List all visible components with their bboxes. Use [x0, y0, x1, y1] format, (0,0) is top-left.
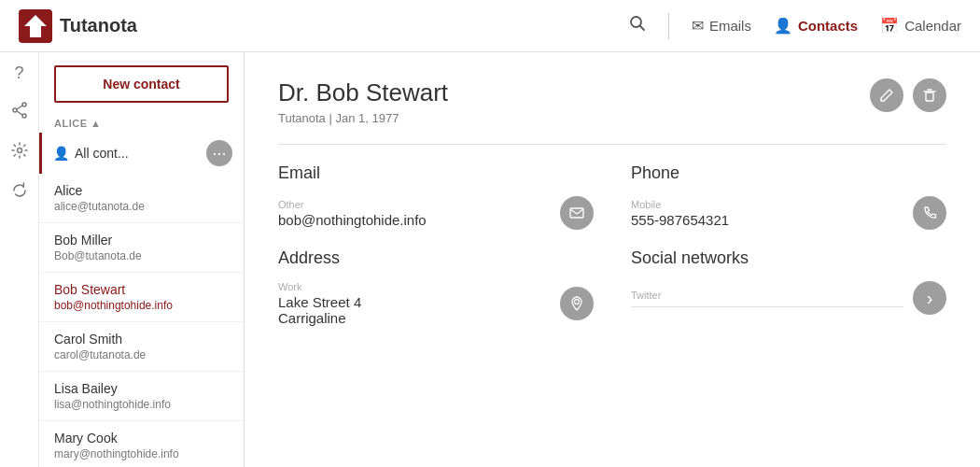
send-email-button[interactable]: [560, 196, 594, 230]
detail-sections: Email Other bob@nothingtohide.info: [278, 163, 946, 326]
svg-rect-10: [926, 92, 933, 101]
phone-section: Phone Mobile 555-987654321: [631, 163, 946, 230]
refresh-icon[interactable]: [11, 182, 28, 204]
nav-emails-label: Emails: [709, 18, 751, 34]
new-contact-button[interactable]: New contact: [54, 65, 229, 103]
contact-item-name: Bob Stewart: [54, 282, 229, 297]
svg-point-6: [22, 114, 26, 118]
sidebar-icons-panel: ?: [0, 52, 39, 467]
logo-icon: [19, 9, 52, 43]
address-section: Address Work Lake Street 4 Carrigaline: [278, 248, 594, 326]
contact-list-panel: New contact ALICE ▲ 👤 All cont... ··· Al…: [39, 52, 245, 467]
main-content: ? New contact ALICE: [0, 52, 980, 467]
phone-field-group: Mobile 555-987654321: [631, 196, 946, 230]
call-button[interactable]: [913, 196, 946, 230]
nav-actions: ✉ Emails 👤 Contacts 📅 Calendar: [629, 13, 961, 39]
social-section: Social networks Twitter ›: [631, 248, 946, 326]
edit-button[interactable]: [870, 78, 903, 112]
email-nav-icon: ✉: [692, 17, 704, 35]
contact-item-email: carol@tutanota.de: [54, 348, 229, 361]
logo-text: Tutanota: [60, 15, 137, 36]
contact-item-email: mary@nothingtohide.info: [54, 447, 229, 460]
search-icon[interactable]: [629, 15, 646, 36]
nav-divider: [668, 13, 669, 39]
svg-line-8: [17, 111, 22, 115]
email-field-group: Other bob@nothingtohide.info: [278, 196, 594, 230]
svg-point-4: [22, 103, 26, 106]
contact-item[interactable]: Lisa Baileylisa@nothingtohide.info: [39, 372, 244, 421]
phone-field-label: Mobile: [631, 199, 903, 210]
contact-list: Alicealice@tutanota.deBob MillerBob@tuta…: [39, 174, 244, 467]
share-icon[interactable]: [11, 102, 28, 123]
more-options-button[interactable]: ···: [206, 140, 232, 166]
social-field-group: Twitter ›: [631, 281, 946, 315]
contacts-nav-icon: 👤: [774, 17, 792, 35]
contact-item[interactable]: Carol Smithcarol@tutanota.de: [39, 322, 244, 372]
contact-item-email: alice@tutanota.de: [54, 200, 229, 213]
contact-item[interactable]: Bob Stewartbob@nothingtohide.info: [39, 273, 244, 322]
address-field-value-line2: Carrigaline: [278, 310, 551, 326]
contact-item-name: Alice: [54, 183, 229, 198]
email-section-title: Email: [278, 163, 594, 183]
person-icon: 👤: [53, 146, 69, 161]
social-field-content: Twitter: [631, 290, 903, 307]
email-field-value: bob@nothingtohide.info: [278, 212, 551, 228]
all-contacts-row[interactable]: 👤 All cont... ···: [39, 133, 244, 174]
top-navigation: Tutanota ✉ Emails 👤 Contacts 📅 Calendar: [0, 0, 980, 52]
help-icon[interactable]: ?: [14, 64, 23, 83]
calendar-nav-icon: 📅: [880, 17, 899, 35]
social-section-title: Social networks: [631, 248, 946, 268]
svg-line-3: [639, 26, 644, 31]
logo: Tutanota: [19, 9, 137, 43]
address-section-title: Address: [278, 248, 594, 268]
contact-item-name: Mary Cook: [54, 431, 229, 446]
nav-contacts[interactable]: 👤 Contacts: [774, 17, 858, 35]
detail-divider: [278, 144, 946, 145]
detail-actions: [870, 78, 946, 112]
contact-item-name: Bob Miller: [54, 233, 229, 248]
address-field-group: Work Lake Street 4 Carrigaline: [278, 281, 594, 326]
map-button[interactable]: [560, 287, 594, 320]
twitter-field-label: Twitter: [631, 290, 903, 301]
address-field-value-line1: Lake Street 4: [278, 294, 551, 310]
contact-item-name: Carol Smith: [54, 332, 229, 347]
phone-section-title: Phone: [631, 163, 946, 183]
email-field-label: Other: [278, 199, 551, 210]
svg-point-9: [17, 149, 21, 153]
contact-item-email: Bob@tutanota.de: [54, 249, 229, 262]
contact-item[interactable]: Mary Cookmary@nothingtohide.info: [39, 421, 244, 467]
address-field-content: Work Lake Street 4 Carrigaline: [278, 281, 551, 326]
group-label: ALICE ▲: [39, 112, 244, 133]
contact-info: Dr. Bob Stewart Tutanota | Jan 1, 1977: [278, 78, 448, 125]
contact-title: Dr. Bob Stewart: [278, 78, 448, 107]
all-contacts-label: All cont...: [75, 146, 206, 161]
address-field-label: Work: [278, 281, 551, 292]
nav-contacts-label: Contacts: [798, 18, 858, 34]
contact-item[interactable]: Bob MillerBob@tutanota.de: [39, 223, 244, 273]
nav-calendar[interactable]: 📅 Calendar: [880, 17, 961, 35]
svg-line-7: [17, 106, 22, 109]
delete-button[interactable]: [913, 78, 946, 112]
nav-calendar-label: Calendar: [904, 18, 961, 34]
settings-icon[interactable]: [11, 142, 28, 163]
contact-item-email: bob@nothingtohide.info: [54, 299, 229, 312]
detail-panel: Dr. Bob Stewart Tutanota | Jan 1, 1977: [245, 52, 980, 467]
phone-field-value: 555-987654321: [631, 212, 903, 228]
nav-emails[interactable]: ✉ Emails: [692, 17, 751, 35]
detail-header: Dr. Bob Stewart Tutanota | Jan 1, 1977: [278, 78, 946, 125]
social-expand-button[interactable]: ›: [913, 281, 946, 315]
contact-item[interactable]: Alicealice@tutanota.de: [39, 174, 244, 223]
svg-rect-13: [570, 208, 583, 218]
phone-field-content: Mobile 555-987654321: [631, 199, 903, 228]
email-field-content: Other bob@nothingtohide.info: [278, 199, 551, 228]
contact-item-name: Lisa Bailey: [54, 381, 229, 396]
email-section: Email Other bob@nothingtohide.info: [278, 163, 594, 230]
svg-point-5: [13, 108, 17, 112]
svg-point-14: [575, 300, 580, 304]
contact-subtitle: Tutanota | Jan 1, 1977: [278, 111, 448, 125]
contact-item-email: lisa@nothingtohide.info: [54, 398, 229, 411]
